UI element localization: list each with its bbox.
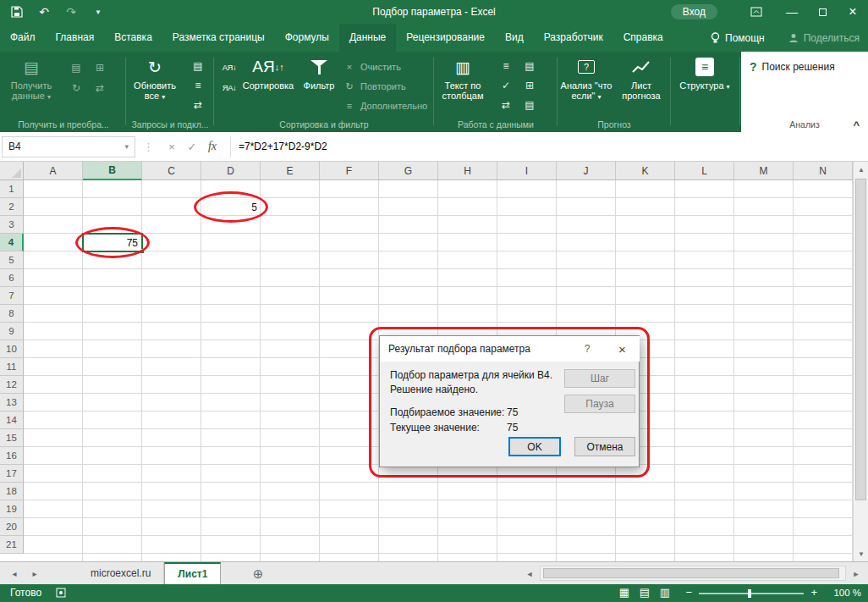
edit-links-icon[interactable]: ⇄ (190, 97, 206, 113)
minimize-button[interactable]: — (777, 0, 807, 24)
zoom-in-icon[interactable]: + (810, 586, 817, 599)
horizontal-scrollbar[interactable] (540, 566, 846, 581)
column-header-J[interactable]: J (557, 162, 616, 180)
column-header-G[interactable]: G (379, 162, 438, 180)
hscroll-left-icon[interactable]: ◄ (521, 562, 538, 585)
macro-record-icon[interactable] (56, 588, 66, 600)
view-page-break-icon[interactable]: ▥ (660, 586, 670, 599)
zoom-level[interactable]: 100 % (833, 588, 861, 598)
tab-formulas[interactable]: Формулы (275, 24, 339, 52)
queries-connections-icon[interactable]: ▤ (190, 58, 206, 74)
filter-button[interactable]: Фильтр (296, 55, 342, 91)
row-header-16[interactable]: 16 (0, 447, 24, 465)
forecast-sheet-button[interactable]: Лист прогноза (616, 55, 667, 101)
insert-function-icon[interactable]: fx (202, 140, 222, 153)
column-header-E[interactable]: E (261, 162, 320, 180)
row-header-10[interactable]: 10 (0, 340, 24, 358)
column-header-K[interactable]: K (616, 162, 675, 180)
column-header-F[interactable]: F (320, 162, 379, 180)
flash-fill-icon[interactable]: ≡ (497, 58, 514, 74)
row-header-13[interactable]: 13 (0, 394, 24, 411)
maximize-button[interactable] (807, 0, 838, 24)
scroll-down-icon[interactable]: ▼ (854, 546, 868, 561)
solver-button[interactable]: ? Поиск решения (750, 60, 835, 74)
row-header-9[interactable]: 9 (0, 323, 24, 340)
tab-view[interactable]: Вид (495, 24, 534, 52)
outline-button[interactable]: ≡ Структура ▾ (678, 55, 731, 92)
sheet-tab-list1[interactable]: Лист1 (164, 562, 221, 584)
ribbon-display-options-icon[interactable] (748, 3, 765, 20)
column-header-C[interactable]: C (142, 162, 201, 180)
cell-B4[interactable]: 75 (82, 233, 143, 252)
row-header-14[interactable]: 14 (0, 411, 24, 429)
pause-button[interactable]: Пауза (564, 395, 635, 413)
clear-filter-button[interactable]: × Очистить (343, 58, 401, 75)
advanced-filter-button[interactable]: ≡ Дополнительно (343, 97, 427, 114)
row-header-8[interactable]: 8 (0, 305, 24, 323)
relationships-icon[interactable]: ⇄ (497, 97, 514, 113)
cell-D2[interactable]: 5 (201, 198, 261, 216)
text-to-columns-button[interactable]: ▥ Текст по столбцам (437, 55, 489, 101)
get-data-button[interactable]: ▤ Получить данные ▾ (5, 55, 58, 102)
properties-icon[interactable]: ≡ (190, 78, 206, 93)
hscroll-right-icon[interactable]: ► (848, 562, 865, 585)
row-header-2[interactable]: 2 (0, 198, 24, 216)
row-header-15[interactable]: 15 (0, 429, 24, 447)
column-header-I[interactable]: I (497, 162, 557, 180)
column-header-A[interactable]: A (24, 162, 83, 180)
vertical-scrollbar[interactable]: ▲ ▼ (853, 162, 868, 561)
row-header-3[interactable]: 3 (0, 216, 24, 234)
sheet-nav-right-icon[interactable]: ▸ (25, 562, 44, 585)
consolidate-icon[interactable]: ⊞ (521, 78, 538, 93)
data-model-icon[interactable]: ▤ (521, 97, 538, 113)
collapse-ribbon-icon[interactable]: ^ (853, 119, 860, 131)
column-header-L[interactable]: L (675, 162, 734, 180)
row-header-11[interactable]: 11 (0, 358, 24, 376)
vertical-scrollbar-thumb[interactable] (855, 179, 866, 500)
tab-data[interactable]: Данные (339, 24, 396, 52)
sort-za-icon[interactable]: ЯА↓ (218, 78, 240, 97)
row-header-7[interactable]: 7 (0, 287, 24, 305)
close-button[interactable]: × (838, 0, 868, 24)
row-header-19[interactable]: 19 (0, 500, 24, 518)
dialog-close-button[interactable]: × (605, 336, 640, 362)
column-header-H[interactable]: H (438, 162, 497, 180)
column-header-N[interactable]: N (794, 162, 853, 180)
assistant-button[interactable]: Помощн (711, 32, 765, 44)
tab-developer[interactable]: Разработчик (534, 24, 613, 52)
name-box-dropdown-icon[interactable]: ▾ (124, 142, 129, 151)
column-header-D[interactable]: D (201, 162, 261, 180)
row-header-18[interactable]: 18 (0, 483, 24, 500)
row-header-5[interactable]: 5 (0, 251, 24, 269)
select-all-corner[interactable] (0, 162, 24, 180)
view-normal-icon[interactable]: ▦ (619, 586, 629, 599)
tab-help[interactable]: Справка (613, 24, 673, 52)
sign-in-button[interactable]: Вход (671, 4, 717, 19)
name-box[interactable]: B4 ▾ (2, 136, 135, 157)
remove-duplicates-icon[interactable]: ▤ (521, 58, 538, 74)
row-header-6[interactable]: 6 (0, 269, 24, 287)
ok-button[interactable]: OK (508, 437, 561, 456)
zoom-slider[interactable] (699, 593, 804, 594)
confirm-entry-icon[interactable]: ✓ (182, 141, 202, 153)
cancel-button[interactable]: Отмена (574, 437, 635, 456)
row-header-4[interactable]: 4 (0, 234, 24, 251)
fill-handle[interactable] (140, 249, 145, 254)
zoom-out-icon[interactable]: − (685, 586, 692, 599)
what-if-analysis-button[interactable]: ? Анализ "что если" ▾ (560, 55, 613, 102)
share-button[interactable]: Поделиться (788, 32, 860, 44)
column-header-B[interactable]: B (83, 162, 142, 180)
zoom-slider-thumb[interactable] (748, 589, 751, 598)
view-page-layout-icon[interactable]: ▤ (640, 586, 650, 599)
sheet-nav-left-icon[interactable]: ◂ (5, 562, 24, 585)
row-header-1[interactable]: 1 (0, 180, 24, 198)
tab-review[interactable]: Рецензирование (396, 24, 495, 52)
row-header-21[interactable]: 21 (0, 536, 24, 554)
tab-insert[interactable]: Вставка (104, 24, 162, 52)
formula-input[interactable]: =7*D2+17*D2-9*D2 (239, 141, 327, 152)
refresh-all-button[interactable]: ↻ Обновить все ▾ (129, 55, 181, 102)
sheet-tab-microexcel[interactable]: microexcel.ru (78, 562, 164, 584)
scroll-up-icon[interactable]: ▲ (854, 162, 868, 177)
row-header-12[interactable]: 12 (0, 376, 24, 394)
cancel-entry-icon[interactable]: × (162, 141, 182, 153)
